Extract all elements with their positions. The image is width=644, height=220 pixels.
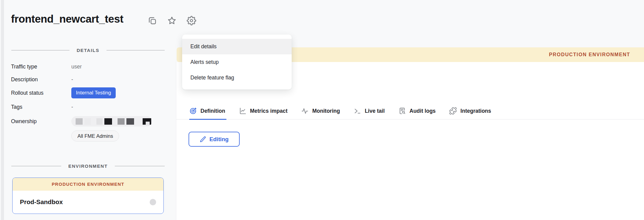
editing-button[interactable]: Editing <box>189 132 240 147</box>
redacted-owner-avatars <box>71 116 152 127</box>
audit-log-icon <box>398 107 406 115</box>
menu-item-edit-details[interactable]: Edit details <box>182 39 292 54</box>
copy-icon <box>148 16 157 25</box>
redacted-block <box>84 118 91 125</box>
tags-value: - <box>71 104 73 110</box>
pencil-icon <box>200 136 206 142</box>
detail-row-tags: Tags - <box>11 103 165 111</box>
tab-audit-logs[interactable]: Audit logs <box>398 103 436 119</box>
target-icon <box>189 107 197 115</box>
environment-card[interactable]: PRODUCTION ENVIRONMENT Prod-Sandbox <box>12 178 164 214</box>
details-section-header: DETAILS <box>11 48 165 53</box>
menu-item-alerts-setup[interactable]: Alerts setup <box>182 54 292 70</box>
detail-row-traffic-type: Traffic type user <box>11 62 165 71</box>
description-label: Description <box>11 76 71 83</box>
ownership-group-chip[interactable]: All FME Admins <box>71 130 119 141</box>
production-environment-banner-text: PRODUCTION ENVIRONMENT <box>549 52 630 57</box>
divider <box>11 166 61 166</box>
tab-integrations[interactable]: Integrations <box>449 103 491 119</box>
rollout-status-label: Rollout status <box>11 90 71 96</box>
environment-status-dot <box>150 199 156 205</box>
settings-dropdown-menu: Edit details Alerts setup Delete feature… <box>182 35 292 90</box>
redacted-block <box>104 118 112 125</box>
environment-name: Prod-Sandbox <box>20 198 63 206</box>
menu-item-delete-feature-flag[interactable]: Delete feature flag <box>182 70 292 86</box>
gear-icon <box>187 16 196 25</box>
redacted-block <box>126 118 134 125</box>
redacted-block <box>146 122 150 125</box>
star-icon <box>167 16 177 25</box>
description-value: - <box>71 76 73 83</box>
tab-bar: Definition Metrics impact Monitoring <box>176 103 644 119</box>
tab-label: Definition <box>200 108 225 114</box>
tab-monitoring[interactable]: Monitoring <box>301 103 340 119</box>
window-edge-strip <box>1 0 4 220</box>
redacted-block <box>96 118 103 125</box>
redacted-block <box>118 118 125 125</box>
environment-card-banner: PRODUCTION ENVIRONMENT <box>13 178 163 191</box>
tab-label: Monitoring <box>312 108 340 114</box>
detail-row-ownership: Ownership <box>11 116 165 127</box>
divider <box>11 50 69 50</box>
terminal-icon <box>354 107 361 115</box>
environment-row: Prod-Sandbox <box>13 191 163 213</box>
ownership-label: Ownership <box>11 118 71 125</box>
tab-metrics-impact[interactable]: Metrics impact <box>239 103 288 119</box>
divider <box>115 166 165 166</box>
editing-button-label: Editing <box>209 136 229 143</box>
redacted-block <box>76 118 83 125</box>
tab-label: Live tail <box>365 108 385 114</box>
detail-row-description: Description - <box>11 75 165 84</box>
tab-definition[interactable]: Definition <box>189 103 225 119</box>
title-actions <box>147 16 197 26</box>
page-title: frontend_newcart_test <box>11 13 123 25</box>
tab-label: Audit logs <box>410 108 436 114</box>
rollout-status-badge[interactable]: Internal Testing <box>71 87 116 98</box>
feature-flag-page: frontend_newcart_test <box>0 0 644 220</box>
divider <box>107 50 165 50</box>
chart-line-icon <box>239 107 247 115</box>
pulse-icon <box>301 107 309 115</box>
environment-heading: ENVIRONMENT <box>68 163 107 169</box>
favorite-button[interactable] <box>167 16 177 26</box>
copy-name-button[interactable] <box>147 16 157 26</box>
environment-section-header: ENVIRONMENT <box>11 163 165 169</box>
details-heading: DETAILS <box>77 48 99 53</box>
flag-settings-button[interactable] <box>186 16 197 26</box>
puzzle-icon <box>449 107 457 115</box>
traffic-type-label: Traffic type <box>11 64 71 70</box>
detail-row-rollout-status: Rollout status Internal Testing <box>11 87 165 99</box>
tab-label: Metrics impact <box>250 108 288 114</box>
tags-label: Tags <box>11 104 71 110</box>
tab-label: Integrations <box>460 108 491 114</box>
traffic-type-value: user <box>71 64 82 70</box>
tab-live-tail[interactable]: Live tail <box>354 103 385 119</box>
